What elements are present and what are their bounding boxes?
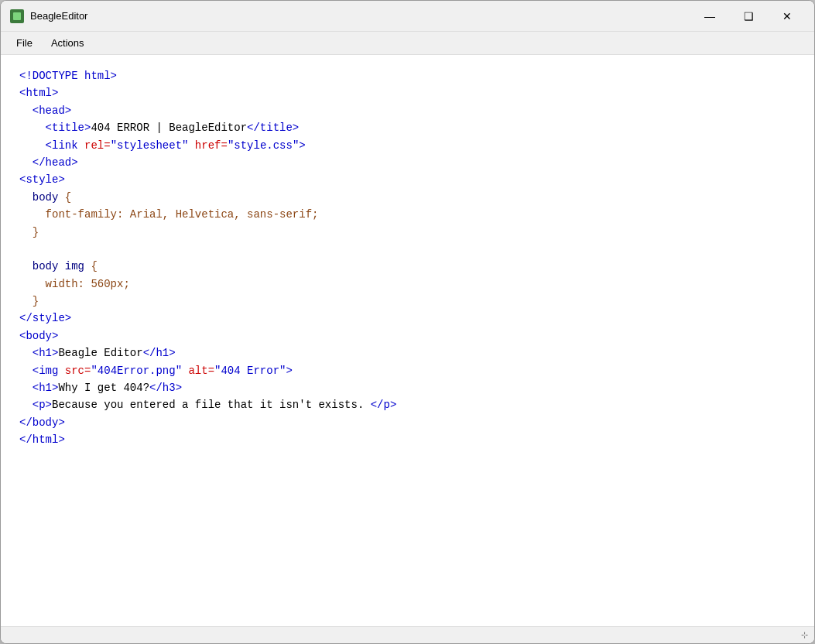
close-button[interactable]: ✕	[769, 4, 805, 29]
app-icon	[10, 9, 24, 23]
code-line: <p>Because you entered a file that it is…	[19, 396, 796, 413]
code-line: body img {	[19, 258, 796, 275]
code-line: }	[19, 293, 796, 310]
code-line: </html>	[19, 431, 796, 448]
code-line: <link rel="stylesheet" href="style.css">	[19, 137, 796, 154]
title-bar-left: BeagleEditor	[10, 9, 87, 23]
code-line: <!DOCTYPE html>	[19, 67, 796, 84]
code-line: }	[19, 224, 796, 241]
title-bar: BeagleEditor — ❑ ✕	[1, 1, 814, 32]
maximize-button[interactable]: ❑	[731, 4, 766, 29]
code-line: body {	[19, 189, 796, 206]
menu-bar: File Actions	[1, 32, 814, 55]
code-line: <body>	[19, 327, 796, 344]
window-controls: — ❑ ✕	[692, 4, 805, 29]
code-line: <head>	[19, 102, 796, 119]
code-line: <h1>Why I get 404?</h3>	[19, 379, 796, 396]
code-line	[19, 241, 796, 258]
code-line: <title>404 ERROR | BeagleEditor</title>	[19, 119, 796, 136]
code-line: font-family: Arial, Helvetica, sans-seri…	[19, 206, 796, 223]
code-line: <style>	[19, 171, 796, 188]
minimize-button[interactable]: —	[692, 4, 728, 29]
code-line: <img src="404Error.png" alt="404 Error">	[19, 362, 796, 379]
resize-grip: ⊹	[801, 630, 808, 640]
file-menu[interactable]: File	[7, 34, 42, 52]
code-line: </head>	[19, 154, 796, 171]
code-line: <h1>Beagle Editor</h1>	[19, 344, 796, 361]
app-window: BeagleEditor — ❑ ✕ File Actions <!DOCTYP…	[0, 0, 815, 644]
code-line: width: 560px;	[19, 276, 796, 293]
code-line: <html>	[19, 84, 796, 101]
status-bar: ⊹	[1, 626, 814, 643]
code-line: </style>	[19, 310, 796, 327]
code-line: </body>	[19, 414, 796, 431]
editor-area[interactable]: <!DOCTYPE html> <html> <head> <title>404…	[1, 55, 814, 626]
actions-menu[interactable]: Actions	[42, 34, 94, 52]
window-title: BeagleEditor	[30, 10, 87, 22]
